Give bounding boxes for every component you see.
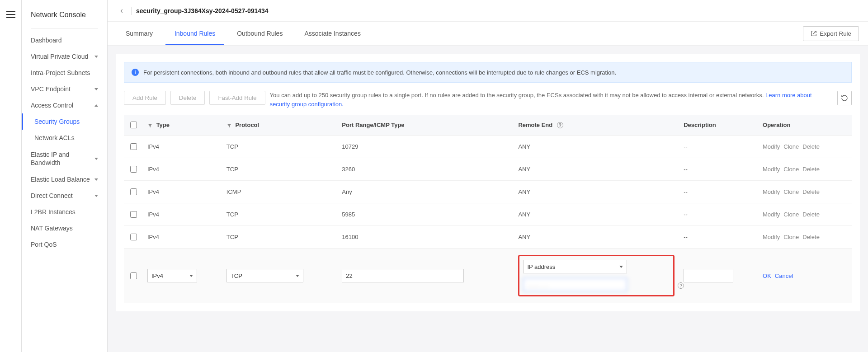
protocol-select[interactable]: TCP bbox=[226, 269, 303, 282]
table-row: IPv4TCP10729ANY--ModifyCloneDelete bbox=[124, 136, 852, 158]
cell-remote: ANY bbox=[514, 203, 679, 226]
cell-port: 5985 bbox=[337, 203, 514, 226]
cell-description: -- bbox=[679, 226, 758, 249]
sidebar-item-nat-gateways[interactable]: NAT Gateways bbox=[22, 220, 107, 236]
back-icon[interactable]: ‹ bbox=[117, 4, 127, 17]
sidebar-item-vpc-endpoint[interactable]: VPC Endpoint bbox=[22, 81, 107, 97]
sidebar-item-label: Elastic IP and Bandwidth bbox=[31, 150, 94, 167]
sidebar-item-vpc[interactable]: Virtual Private Cloud bbox=[22, 48, 107, 65]
export-rule-label: Export Rule bbox=[820, 30, 851, 37]
select-all-checkbox[interactable] bbox=[130, 122, 137, 128]
modify-link[interactable]: Modify bbox=[763, 143, 780, 150]
notice-text: For persistent connections, both inbound… bbox=[143, 69, 616, 76]
table-edit-row: IPv4TCPIP address?OKCancel bbox=[124, 249, 852, 303]
col-port: Port Range/ICMP Type bbox=[337, 115, 514, 136]
sidebar-item-l2br[interactable]: L2BR Instances bbox=[22, 204, 107, 220]
delete-link[interactable]: Delete bbox=[802, 188, 820, 195]
sidebar-item-intra-subnets[interactable]: Intra-Project Subnets bbox=[22, 65, 107, 81]
remote-type-select[interactable]: IP address bbox=[523, 260, 627, 273]
delete-link[interactable]: Delete bbox=[802, 143, 820, 150]
tab-outbound-rules[interactable]: Outbound Rules bbox=[228, 22, 292, 45]
remote-address-input[interactable] bbox=[523, 278, 627, 291]
row-checkbox[interactable] bbox=[130, 211, 137, 218]
cell-type: IPv4 bbox=[143, 226, 222, 249]
clone-link[interactable]: Clone bbox=[783, 188, 799, 195]
chevron-down-icon bbox=[94, 158, 98, 160]
row-checkbox[interactable] bbox=[130, 272, 137, 279]
hamburger-menu[interactable] bbox=[6, 11, 15, 18]
tab-associate-instances[interactable]: Associate Instances bbox=[295, 22, 370, 45]
description-input[interactable] bbox=[684, 269, 733, 282]
cell-protocol: TCP bbox=[222, 136, 338, 158]
row-checkbox[interactable] bbox=[130, 188, 137, 195]
cell-remote: ANY bbox=[514, 158, 679, 181]
modify-link[interactable]: Modify bbox=[763, 211, 780, 218]
table-row: IPv4TCP5985ANY--ModifyCloneDelete bbox=[124, 203, 852, 226]
sidebar-item-label: Access Control bbox=[31, 102, 73, 109]
modify-link[interactable]: Modify bbox=[763, 188, 780, 195]
export-icon bbox=[811, 30, 817, 37]
type-select[interactable]: IPv4 bbox=[147, 269, 197, 282]
cell-protocol: ICMP bbox=[222, 181, 338, 203]
refresh-button[interactable] bbox=[837, 91, 852, 105]
refresh-icon bbox=[841, 94, 848, 102]
col-operation: Operation bbox=[758, 115, 852, 136]
cell-port: 10729 bbox=[337, 136, 514, 158]
export-rule-button[interactable]: Export Rule bbox=[803, 26, 859, 41]
chevron-down-icon bbox=[94, 178, 98, 181]
sidebar-item-label: Port QoS bbox=[31, 241, 57, 248]
help-icon[interactable]: ? bbox=[557, 122, 563, 128]
cell-remote: ANY bbox=[514, 181, 679, 203]
row-checkbox[interactable] bbox=[130, 143, 137, 150]
sidebar-item-label: Direct Connect bbox=[31, 192, 73, 199]
sidebar-item-label: Dashboard bbox=[31, 37, 62, 44]
chevron-down-icon bbox=[619, 266, 623, 268]
cell-type: IPv4 bbox=[143, 181, 222, 203]
row-checkbox[interactable] bbox=[130, 234, 137, 240]
sidebar-item-label: L2BR Instances bbox=[31, 208, 75, 216]
sidebar-item-elastic-ip[interactable]: Elastic IP and Bandwidth bbox=[22, 146, 107, 171]
ok-link[interactable]: OK bbox=[763, 272, 771, 279]
sidebar-item-port-qos[interactable]: Port QoS bbox=[22, 236, 107, 253]
cancel-link[interactable]: Cancel bbox=[775, 272, 793, 279]
cell-protocol: TCP bbox=[222, 226, 338, 249]
modify-link[interactable]: Modify bbox=[763, 166, 780, 173]
modify-link[interactable]: Modify bbox=[763, 234, 780, 240]
page-title: security_group-3J364Xsy-2024-0527-091434 bbox=[136, 7, 269, 14]
table-row: IPv4ICMPAnyANY--ModifyCloneDelete bbox=[124, 181, 852, 203]
delete-link[interactable]: Delete bbox=[802, 166, 820, 173]
clone-link[interactable]: Clone bbox=[783, 211, 799, 218]
col-description: Description bbox=[679, 115, 758, 136]
breadcrumb: ‹ security_group-3J364Xsy-2024-0527-0914… bbox=[108, 0, 868, 22]
sidebar-title: Network Console bbox=[22, 0, 107, 24]
cell-description: -- bbox=[679, 158, 758, 181]
add-rule-button[interactable]: Add Rule bbox=[124, 91, 166, 105]
fast-add-rule-button[interactable]: Fast-Add Rule bbox=[209, 91, 265, 105]
port-input[interactable] bbox=[342, 269, 464, 282]
row-checkbox[interactable] bbox=[130, 166, 137, 173]
delete-link[interactable]: Delete bbox=[802, 234, 820, 240]
sidebar-item-security-groups[interactable]: Security Groups bbox=[22, 113, 107, 130]
sidebar-item-direct-connect[interactable]: Direct Connect bbox=[22, 188, 107, 204]
filter-icon[interactable] bbox=[226, 123, 232, 128]
delete-button[interactable]: Delete bbox=[170, 91, 205, 105]
sidebar-item-label: Elastic Load Balance bbox=[31, 176, 90, 183]
sidebar-item-network-acls[interactable]: Network ACLs bbox=[22, 130, 107, 146]
tab-inbound-rules[interactable]: Inbound Rules bbox=[165, 22, 224, 45]
clone-link[interactable]: Clone bbox=[783, 143, 799, 150]
clone-link[interactable]: Clone bbox=[783, 234, 799, 240]
cell-port: 16100 bbox=[337, 226, 514, 249]
sidebar-item-label: Network ACLs bbox=[34, 134, 75, 141]
filter-icon[interactable] bbox=[147, 123, 153, 128]
sidebar-item-access-control[interactable]: Access Control bbox=[22, 97, 107, 113]
cell-remote: ANY bbox=[514, 226, 679, 249]
sidebar-item-elb[interactable]: Elastic Load Balance bbox=[22, 171, 107, 188]
sidebar-item-dashboard[interactable]: Dashboard bbox=[22, 32, 107, 48]
cell-type: IPv4 bbox=[143, 136, 222, 158]
delete-link[interactable]: Delete bbox=[802, 211, 820, 218]
tab-summary[interactable]: Summary bbox=[117, 22, 162, 45]
clone-link[interactable]: Clone bbox=[783, 166, 799, 173]
chevron-down-icon bbox=[94, 195, 98, 197]
sidebar-item-label: VPC Endpoint bbox=[31, 85, 71, 93]
cell-type: IPv4 bbox=[143, 158, 222, 181]
